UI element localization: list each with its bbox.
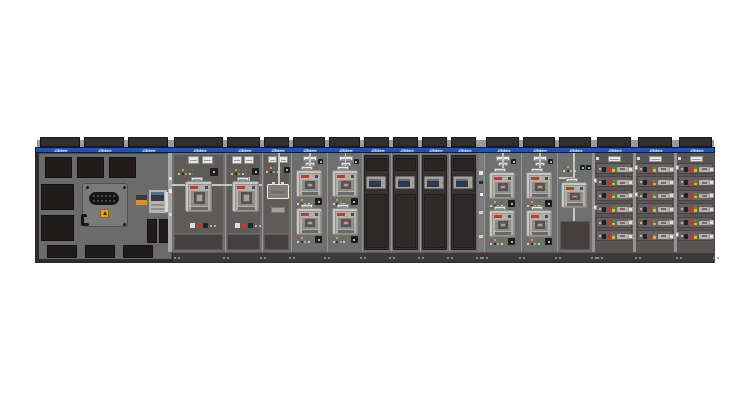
drawout-circuit-breaker[interactable] bbox=[332, 170, 358, 197]
hmi-display[interactable] bbox=[366, 176, 386, 189]
aux-switch-module[interactable] bbox=[548, 159, 553, 164]
module-drawout-handle[interactable] bbox=[617, 194, 628, 199]
module-drawout-handle[interactable] bbox=[699, 234, 710, 239]
bay-lower-door[interactable] bbox=[227, 234, 260, 250]
module-switch[interactable] bbox=[602, 220, 606, 225]
incomer-control-display[interactable] bbox=[148, 189, 168, 214]
module-drawout-handle[interactable] bbox=[617, 167, 628, 172]
feeder-module[interactable] bbox=[637, 203, 673, 214]
feeder-module[interactable] bbox=[637, 190, 673, 201]
module-switch[interactable] bbox=[643, 234, 647, 239]
bay-lower-door[interactable] bbox=[264, 234, 289, 250]
feeder-module[interactable] bbox=[678, 203, 713, 214]
incomer-inspection-door[interactable] bbox=[82, 183, 128, 227]
module-switch[interactable] bbox=[643, 220, 647, 225]
roof-cap bbox=[364, 137, 389, 147]
module-drawout-handle[interactable] bbox=[699, 180, 710, 185]
drawout-circuit-breaker[interactable] bbox=[232, 181, 259, 212]
bay-lower-door[interactable] bbox=[560, 221, 590, 250]
aux-switch-module[interactable] bbox=[351, 236, 358, 243]
aux-switch-module[interactable] bbox=[354, 159, 359, 164]
breaker-label bbox=[566, 178, 578, 182]
module-switch[interactable] bbox=[602, 180, 606, 185]
module-switch[interactable] bbox=[602, 207, 606, 212]
module-drawout-handle[interactable] bbox=[617, 207, 628, 212]
aux-switch-module[interactable] bbox=[210, 168, 218, 176]
drawout-circuit-breaker[interactable] bbox=[296, 208, 322, 235]
module-drawout-handle[interactable] bbox=[658, 221, 669, 226]
module-switch[interactable] bbox=[684, 180, 688, 185]
aux-switch-module[interactable] bbox=[545, 200, 552, 207]
module-switch[interactable] bbox=[684, 207, 688, 212]
module-drawout-handle[interactable] bbox=[658, 207, 669, 212]
feeder-module[interactable] bbox=[678, 217, 713, 228]
hmi-display[interactable] bbox=[395, 176, 415, 189]
aux-switch-module[interactable] bbox=[315, 198, 322, 205]
module-drawout-handle[interactable] bbox=[658, 234, 669, 239]
control-bay-lower-door[interactable] bbox=[424, 194, 445, 248]
module-switch[interactable] bbox=[643, 207, 647, 212]
drawout-circuit-breaker[interactable] bbox=[332, 208, 358, 235]
module-switch[interactable] bbox=[684, 167, 688, 172]
feeder-module[interactable] bbox=[678, 190, 713, 201]
feeder-module[interactable] bbox=[678, 163, 713, 174]
feeder-module[interactable] bbox=[637, 163, 673, 174]
module-drawout-handle[interactable] bbox=[658, 167, 669, 172]
feeder-module[interactable] bbox=[596, 176, 632, 187]
module-drawout-handle[interactable] bbox=[699, 194, 710, 199]
aux-switch-module[interactable] bbox=[545, 238, 552, 245]
drawout-circuit-breaker[interactable] bbox=[185, 181, 212, 212]
control-bay-lower-door[interactable] bbox=[366, 194, 387, 248]
module-switch[interactable] bbox=[602, 234, 606, 239]
module-drawout-handle[interactable] bbox=[699, 221, 710, 226]
module-drawout-handle[interactable] bbox=[699, 167, 710, 172]
drawout-circuit-breaker[interactable] bbox=[296, 170, 322, 197]
feeder-module[interactable] bbox=[596, 203, 632, 214]
module-drawout-handle[interactable] bbox=[658, 180, 669, 185]
module-drawout-handle[interactable] bbox=[617, 180, 628, 185]
aux-switch-module[interactable] bbox=[284, 167, 290, 173]
feeder-module[interactable] bbox=[678, 230, 713, 241]
control-bay-lower-door[interactable] bbox=[453, 194, 474, 248]
drawout-circuit-breaker[interactable] bbox=[526, 210, 552, 237]
feeder-module[interactable] bbox=[596, 217, 632, 228]
aux-switch-module[interactable] bbox=[580, 165, 585, 170]
feeder-module[interactable] bbox=[596, 230, 632, 241]
module-switch[interactable] bbox=[602, 193, 606, 198]
hmi-display[interactable] bbox=[424, 176, 444, 189]
module-switch[interactable] bbox=[684, 220, 688, 225]
aux-switch-module[interactable] bbox=[511, 159, 516, 164]
control-bay-lower-door[interactable] bbox=[395, 194, 416, 248]
feeder-module[interactable] bbox=[596, 190, 632, 201]
module-switch[interactable] bbox=[684, 234, 688, 239]
module-switch[interactable] bbox=[643, 167, 647, 172]
aux-switch-module[interactable] bbox=[252, 168, 259, 175]
feeder-module[interactable] bbox=[637, 230, 673, 241]
feeder-module[interactable] bbox=[637, 176, 673, 187]
aux-switch-module[interactable] bbox=[318, 159, 323, 164]
module-switch[interactable] bbox=[643, 193, 647, 198]
hmi-display[interactable] bbox=[453, 176, 473, 189]
bus-link-module[interactable] bbox=[267, 184, 289, 199]
drawout-circuit-breaker[interactable] bbox=[561, 182, 587, 208]
module-switch[interactable] bbox=[602, 167, 606, 172]
module-drawout-handle[interactable] bbox=[617, 234, 628, 239]
module-switch[interactable] bbox=[684, 193, 688, 198]
aux-switch-module[interactable] bbox=[351, 198, 358, 205]
viewport-pin bbox=[97, 200, 99, 202]
aux-switch-module[interactable] bbox=[508, 200, 515, 207]
feeder-module[interactable] bbox=[637, 217, 673, 228]
feeder-module[interactable] bbox=[678, 176, 713, 187]
aux-switch-module[interactable] bbox=[315, 236, 322, 243]
aux-switch-module[interactable] bbox=[508, 238, 515, 245]
feeder-module[interactable] bbox=[596, 163, 632, 174]
module-drawout-handle[interactable] bbox=[699, 207, 710, 212]
bay-lower-door[interactable] bbox=[174, 234, 223, 250]
drawout-circuit-breaker[interactable] bbox=[489, 210, 515, 237]
module-switch[interactable] bbox=[643, 180, 647, 185]
aux-switch-module[interactable] bbox=[586, 165, 591, 170]
module-drawout-handle[interactable] bbox=[617, 221, 628, 226]
module-drawout-handle[interactable] bbox=[658, 194, 669, 199]
drawout-circuit-breaker[interactable] bbox=[526, 172, 552, 199]
drawout-circuit-breaker[interactable] bbox=[489, 172, 515, 199]
